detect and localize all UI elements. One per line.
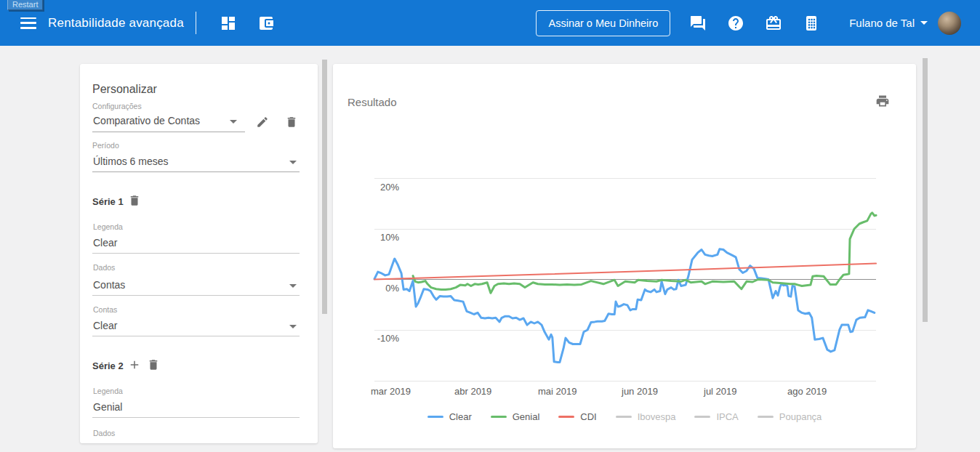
chart-legend: Clear Genial CDI Ibovespa IPCA Poupança [333, 411, 916, 422]
config-label: Configurações [92, 102, 142, 110]
chart-lines-svg [374, 158, 876, 391]
chevron-down-icon[interactable] [230, 120, 237, 124]
series2-title: Série 2 [92, 360, 124, 371]
series-line-genial [413, 213, 876, 294]
legend-swatch-ibovespa [616, 416, 632, 419]
legend-swatch-genial [491, 416, 507, 419]
legend-item-genial[interactable]: Genial [491, 411, 540, 422]
delete-icon[interactable] [128, 194, 141, 207]
legend-item-ibovespa[interactable]: Ibovespa [616, 411, 676, 422]
chevron-down-icon[interactable] [289, 325, 297, 328]
period-select[interactable]: Últimos 6 meses [93, 156, 168, 167]
subscribe-button[interactable]: Assinar o Meu Dinheiro [536, 10, 670, 36]
result-title: Resultado [348, 96, 397, 108]
user-name: Fulano de Tal [849, 17, 915, 29]
series1-legend-label: Legenda [93, 222, 123, 231]
edit-icon[interactable] [256, 116, 269, 129]
gift-icon[interactable] [765, 15, 782, 32]
series2-legend-underline [92, 417, 300, 418]
left-panel-scrollbar[interactable] [322, 60, 327, 314]
legend-swatch-ipca [694, 416, 710, 419]
page-scrollbar[interactable] [923, 58, 928, 322]
series1-legend-input[interactable]: Clear [93, 237, 117, 249]
delete-icon[interactable] [285, 116, 298, 129]
series1-data-select[interactable]: Contas [93, 279, 125, 291]
series1-title: Série 1 [92, 196, 124, 207]
customize-panel: Personalizar Configurações Comparativo d… [80, 64, 318, 443]
config-underline [92, 132, 245, 132]
legend-item-poupanca[interactable]: Poupança [758, 411, 822, 422]
avatar[interactable] [938, 12, 961, 35]
series-line-cdi [374, 264, 876, 280]
chevron-down-icon [920, 21, 928, 25]
result-card: Resultado 20% 10% 0% -10% mar 2019 abr 2… [333, 64, 916, 448]
series1-data-underline [92, 295, 300, 296]
chevron-down-icon[interactable] [289, 284, 297, 288]
series1-legend-underline [92, 253, 300, 254]
menu-icon[interactable] [20, 17, 36, 29]
period-label: Período [92, 141, 119, 150]
legend-item-clear[interactable]: Clear [427, 411, 472, 422]
chevron-down-icon[interactable] [289, 161, 297, 164]
config-select[interactable]: Comparativo de Contas [93, 115, 200, 126]
app-bar: Rentabilidade avançada Assinar o Meu Din… [0, 0, 980, 46]
page-title: Rentabilidade avançada [48, 16, 184, 31]
series1-account-underline [92, 336, 300, 336]
restart-button[interactable]: Restart [7, 0, 43, 10]
chat-icon[interactable] [689, 15, 707, 32]
calculator-icon[interactable] [803, 15, 820, 32]
series2-data-label: Dados [93, 429, 115, 437]
legend-item-ipca[interactable]: IPCA [694, 411, 738, 422]
period-underline [92, 171, 300, 172]
delete-icon[interactable] [147, 358, 160, 371]
help-icon[interactable] [727, 15, 744, 32]
series1-data-label: Dados [93, 263, 115, 272]
header-divider [196, 12, 196, 34]
legend-item-cdi[interactable]: CDI [558, 411, 596, 422]
legend-swatch-cdi [558, 416, 574, 419]
legend-swatch-clear [427, 416, 443, 419]
user-menu[interactable]: Fulano de Tal [849, 12, 961, 35]
panel-title: Personalizar [92, 83, 157, 96]
print-icon[interactable] [875, 94, 890, 108]
dashboard-icon[interactable] [220, 15, 237, 32]
series1-account-select[interactable]: Clear [93, 320, 117, 331]
add-icon[interactable] [128, 358, 141, 371]
wallet-icon[interactable] [257, 15, 275, 32]
series2-legend-input[interactable]: Genial [93, 401, 122, 413]
legend-swatch-poupanca [758, 416, 774, 419]
series2-legend-label: Legenda [93, 387, 123, 395]
series1-account-label: Contas [93, 305, 117, 314]
